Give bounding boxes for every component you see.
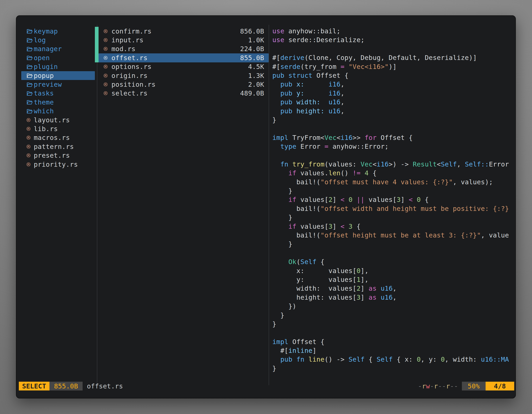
code-line: use anyhow::bail; <box>272 27 515 36</box>
code-line: #[inline] <box>272 346 515 355</box>
code-token: < <box>437 160 441 168</box>
code-token: inline <box>288 347 313 355</box>
code-token: for <box>365 134 380 142</box>
code-token: 1 <box>357 276 361 283</box>
code-token: 0 <box>417 356 421 363</box>
folder-row-manager[interactable]: manager <box>21 45 95 53</box>
code-token: pub <box>280 80 296 88</box>
code-token: "Vec<i16>" <box>349 63 389 71</box>
code-token: , <box>341 98 345 106</box>
file-row-origin-rs[interactable]: ®origin.rs1.3K <box>99 71 269 80</box>
item-label: which <box>34 107 54 115</box>
code-token: anyhow::Error; <box>332 143 389 150</box>
code-token <box>272 169 288 177</box>
code-token <box>344 63 349 71</box>
code-token: #[ <box>272 63 280 71</box>
open-folder-icon <box>27 38 34 43</box>
code-token: x: <box>296 80 304 88</box>
rust-file-icon: ® <box>104 28 111 35</box>
code-token: } <box>272 365 276 372</box>
code-token: (try_from <box>300 63 341 71</box>
folder-row-log[interactable]: log <box>21 36 95 44</box>
file-row-priority-rs[interactable]: ®priority.rs <box>21 160 95 169</box>
code-token: derive <box>280 54 304 62</box>
code-token: ] <box>361 294 369 301</box>
status-bar: SELECT 855.0B offset.rs -rw-r--r-- 50% 4… <box>16 382 516 390</box>
code-token: 2 <box>329 196 333 203</box>
permission-char: - <box>430 382 434 390</box>
code-token: Vec <box>324 134 337 142</box>
code-line: pub width: u16, <box>272 98 515 106</box>
code-token: 3 <box>397 196 401 203</box>
code-token: bail!( <box>272 205 320 212</box>
permission-char: - <box>454 382 458 390</box>
file-row-options-rs[interactable]: ®options.rs4.5K <box>99 62 269 71</box>
file-row-lib-rs[interactable]: ®lib.rs <box>21 124 95 133</box>
item-label: input.rs <box>111 36 143 44</box>
file-row-position-rs[interactable]: ®position.rs2.0K <box>99 80 269 89</box>
code-token: Ok <box>288 258 296 266</box>
open-folder-icon <box>27 46 34 52</box>
code-token: height: values[ <box>272 294 357 301</box>
file-row-confirm-rs[interactable]: ®confirm.rs856.0B <box>99 27 269 36</box>
file-row-input-rs[interactable]: ®input.rs1.0K <box>99 36 269 44</box>
cursor-position-badge: 4/8 <box>485 382 514 390</box>
file-row-select-rs[interactable]: ®select.rs489.0B <box>99 89 269 98</box>
code-token: < <box>372 160 377 168</box>
code-token: i16 <box>329 89 341 97</box>
code-token: ] <box>332 196 341 203</box>
file-row-mod-rs[interactable]: ®mod.rs224.0B <box>99 45 269 53</box>
code-token: anyhow::bail; <box>288 27 341 35</box>
code-token: , <box>393 285 397 292</box>
file-row-offset-rs[interactable]: ®offset.rs855.0B <box>99 53 269 62</box>
code-line: pub struct Offset { <box>272 71 515 80</box>
item-label: priority.rs <box>34 161 78 168</box>
item-label: options.rs <box>111 63 152 71</box>
code-token: impl <box>272 338 292 346</box>
code-line: Ok(Self { <box>272 258 515 266</box>
file-row-preset-rs[interactable]: ®preset.rs <box>21 151 95 160</box>
selected-files-marker-bar <box>95 27 99 62</box>
folder-row-plugin[interactable]: plugin <box>21 62 95 71</box>
code-token <box>272 196 288 203</box>
folder-row-preview[interactable]: preview <box>21 80 95 89</box>
code-token: { <box>352 222 361 230</box>
folder-row-popup[interactable]: popup <box>21 71 95 80</box>
file-row-layout-rs[interactable]: ®layout.rs <box>21 116 95 124</box>
mode-badge: SELECT <box>19 382 49 390</box>
code-token: line <box>309 356 324 363</box>
code-token: Error <box>300 143 324 150</box>
rust-file-icon: ® <box>104 90 111 97</box>
rust-file-icon: ® <box>27 134 34 141</box>
code-token: } <box>272 116 276 124</box>
code-token: len <box>329 169 341 177</box>
code-token: pub <box>280 98 296 106</box>
folder-row-theme[interactable]: theme <box>21 98 95 106</box>
desktop-background: { "left_pane": { "items": [ {"label":"ke… <box>0 0 532 414</box>
item-label: keymap <box>34 27 58 35</box>
code-token <box>272 107 280 115</box>
code-token: } <box>272 311 285 319</box>
pane-divider-left <box>97 25 97 385</box>
code-line: if values.len() != 4 { <box>272 169 515 178</box>
code-line: } <box>272 240 515 249</box>
folder-row-keymap[interactable]: keymap <box>21 27 95 36</box>
folder-row-open[interactable]: open <box>21 53 95 62</box>
rust-file-icon: ® <box>104 81 111 88</box>
permission-char: r <box>422 382 426 390</box>
status-filename: offset.rs <box>87 382 123 390</box>
folder-row-which[interactable]: which <box>21 107 95 116</box>
code-token: >) -> <box>389 160 413 168</box>
file-preview-pane: use anyhow::bail;use serde::Deserialize;… <box>272 27 515 373</box>
file-row-pattern-rs[interactable]: ®pattern.rs <box>21 142 95 151</box>
code-line: bail!("offset height must be at least 3:… <box>272 231 515 240</box>
code-token: bail!( <box>272 178 320 186</box>
code-token <box>272 356 280 363</box>
code-token: < <box>341 222 349 230</box>
open-folder-icon <box>27 64 34 69</box>
code-line: y: values[1], <box>272 275 515 284</box>
permissions-text: -rw-r--r-- <box>418 382 458 390</box>
folder-row-tasks[interactable]: tasks <box>21 89 95 98</box>
file-row-macros-rs[interactable]: ®macros.rs <box>21 133 95 142</box>
code-line: if values[2] < 0 || values[3] < 0 { <box>272 195 515 204</box>
